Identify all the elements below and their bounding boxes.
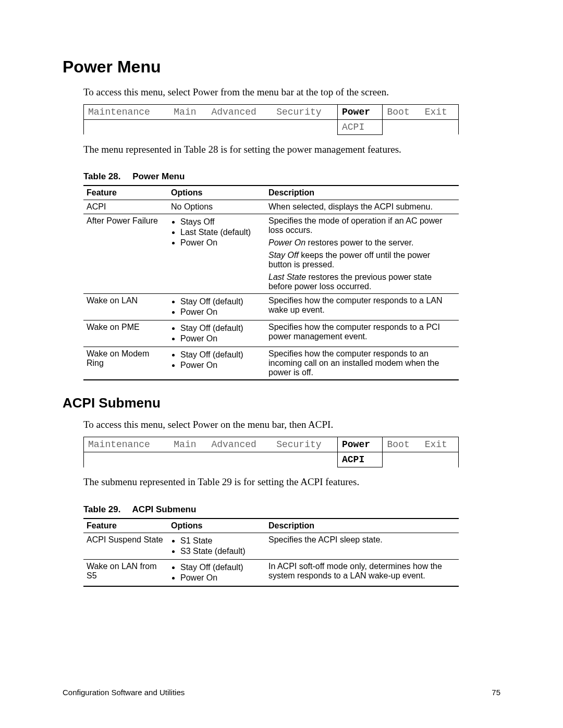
menu-item-maintenance: Maintenance: [84, 104, 170, 119]
option-item: Power On: [180, 307, 262, 317]
footer-right: 75: [492, 688, 500, 697]
table-row: Wake on Modem RingStay Off (default)Powe…: [83, 347, 459, 380]
table28-caption-num: Table 28.: [83, 171, 121, 181]
table29-header-feature: Feature: [83, 519, 168, 533]
table-row: Wake on LAN from S5Stay Off (default)Pow…: [83, 559, 459, 586]
menu-item-exit: Exit: [421, 104, 459, 119]
cell-description: Specifies how the computer responds to a…: [265, 320, 459, 347]
table-row: ACPI Suspend StateS1 StateS3 State (defa…: [83, 533, 459, 559]
option-item: S3 State (default): [180, 547, 262, 556]
menu-item-main: Main: [169, 104, 207, 119]
cell-description: In ACPI soft-off mode only, determines h…: [265, 559, 459, 586]
menu-item-security: Security: [272, 104, 337, 119]
table29-caption-num: Table 29.: [83, 504, 121, 514]
table28-caption-title: Power Menu: [132, 171, 185, 181]
table28-header-description: Description: [265, 186, 459, 200]
table29-header-description: Description: [265, 519, 459, 533]
option-item: Stays Off: [180, 217, 262, 227]
menu2-item-main: Main: [169, 437, 207, 452]
menu2-item-security: Security: [272, 437, 337, 452]
intro-paragraph-2: To access this menu, select Power on the…: [83, 418, 500, 431]
option-item: Stay Off (default): [180, 324, 262, 333]
table28-header-feature: Feature: [83, 186, 168, 200]
cell-description: Specifies how the computer responds to a…: [265, 347, 459, 380]
menu-item-advanced: Advanced: [207, 104, 272, 119]
cell-options: S1 StateS3 State (default): [168, 533, 265, 559]
menu2-item-exit: Exit: [421, 437, 459, 452]
option-item: Power On: [180, 334, 262, 343]
cell-description: When selected, displays the ACPI submenu…: [265, 200, 459, 214]
after-menubar-2: The submenu represented in Table 29 is f…: [83, 476, 500, 489]
page-title: Power Menu: [63, 57, 500, 77]
table28-caption: Table 28. Power Menu: [83, 171, 500, 182]
cell-options: No Options: [168, 200, 265, 214]
cell-feature: Wake on PME: [83, 320, 168, 347]
cell-feature: ACPI: [83, 200, 168, 214]
page: Power Menu To access this menu, select P…: [0, 0, 563, 728]
cell-options: Stay Off (default)Power On: [168, 294, 265, 320]
table29-caption: Table 29. ACPI Submenu: [83, 504, 500, 515]
menu-item-power: Power: [338, 104, 383, 119]
acpi-submenu-title: ACPI Submenu: [63, 395, 500, 411]
menu-bar-2: Maintenance Main Advanced Security Power…: [83, 437, 459, 467]
option-item: Stay Off (default): [180, 563, 262, 572]
cell-feature: After Power Failure: [83, 214, 168, 294]
menu-sub-acpi: ACPI: [338, 119, 383, 134]
cell-feature: Wake on LAN: [83, 294, 168, 320]
menu2-sub-acpi: ACPI: [338, 452, 383, 467]
option-item: S1 State: [180, 536, 262, 546]
cell-description: Specifies the ACPI sleep state.: [265, 533, 459, 559]
footer-left: Configuration Software and Utilities: [63, 688, 185, 697]
option-item: Last State (default): [180, 228, 262, 237]
cell-options: Stay Off (default)Power On: [168, 347, 265, 380]
after-menubar-1: The menu represented in Table 28 is for …: [83, 143, 500, 156]
cell-options: Stay Off (default)Power On: [168, 559, 265, 586]
menu2-item-power: Power: [338, 437, 383, 452]
table29-header-options: Options: [168, 519, 265, 533]
option-item: Power On: [180, 361, 262, 370]
table28: Feature Options Description ACPINo Optio…: [83, 185, 459, 380]
table28-header-options: Options: [168, 186, 265, 200]
cell-options: Stay Off (default)Power On: [168, 320, 265, 347]
table-row: After Power FailureStays OffLast State (…: [83, 214, 459, 294]
cell-feature: Wake on LAN from S5: [83, 559, 168, 586]
intro-paragraph-1: To access this menu, select Power from t…: [83, 86, 500, 99]
option-item: Stay Off (default): [180, 297, 262, 306]
page-footer: Configuration Software and Utilities 75: [63, 688, 500, 697]
menu2-item-advanced: Advanced: [207, 437, 272, 452]
option-item: Power On: [180, 573, 262, 583]
menu-bar-1: Maintenance Main Advanced Security Power…: [83, 104, 459, 135]
cell-feature: Wake on Modem Ring: [83, 347, 168, 380]
cell-options: Stays OffLast State (default)Power On: [168, 214, 265, 294]
menu2-item-boot: Boot: [383, 437, 421, 452]
option-item: Stay Off (default): [180, 350, 262, 360]
cell-description: Specifies the mode of operation if an AC…: [265, 214, 459, 294]
option-item: Power On: [180, 238, 262, 248]
menu-item-boot: Boot: [383, 104, 421, 119]
menu2-item-maintenance: Maintenance: [84, 437, 170, 452]
table-row: Wake on LANStay Off (default)Power OnSpe…: [83, 294, 459, 320]
table29-caption-title: ACPI Submenu: [132, 504, 197, 514]
cell-description: Specifies how the computer responds to a…: [265, 294, 459, 320]
cell-feature: ACPI Suspend State: [83, 533, 168, 559]
table29: Feature Options Description ACPI Suspend…: [83, 518, 459, 587]
table-row: ACPINo OptionsWhen selected, displays th…: [83, 200, 459, 214]
table-row: Wake on PMEStay Off (default)Power OnSpe…: [83, 320, 459, 347]
